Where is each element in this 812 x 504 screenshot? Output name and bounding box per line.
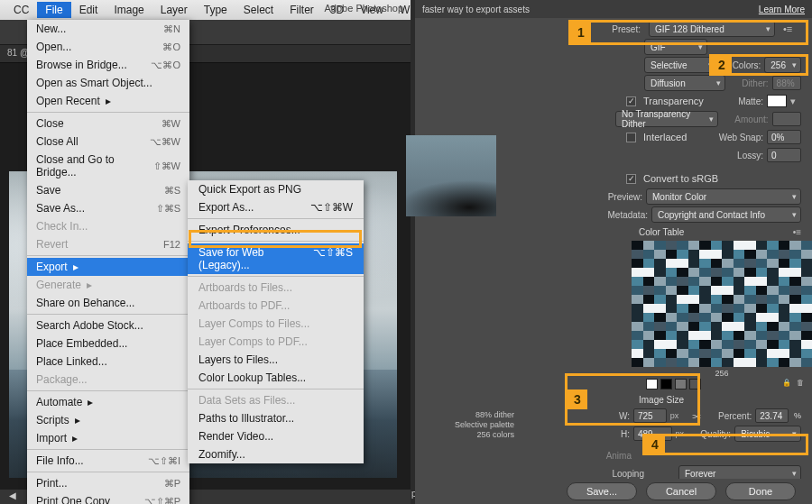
transparency-checkbox[interactable] bbox=[626, 96, 636, 106]
learn-more-link[interactable]: Learn More bbox=[759, 5, 805, 14]
info-dither: 88% dither bbox=[475, 410, 514, 419]
info-palette: Selective palette bbox=[455, 420, 514, 429]
export-menu-item[interactable]: Color Lookup Tables... bbox=[188, 369, 364, 387]
export-menu-item: Data Sets as Files... bbox=[188, 391, 364, 409]
transparency-label: Transparency bbox=[643, 96, 704, 106]
file-menu-item[interactable]: Import bbox=[27, 429, 189, 447]
websnap-label: Web Snap: bbox=[709, 133, 763, 142]
interlaced-label: Interlaced bbox=[643, 132, 687, 142]
info-colors: 256 colors bbox=[476, 430, 514, 439]
color-table-header: Color Table bbox=[639, 227, 684, 237]
preset-dropdown[interactable]: GIF 128 Dithered bbox=[649, 21, 775, 37]
file-menu-item[interactable]: Close⌘W bbox=[27, 115, 189, 133]
color-table[interactable] bbox=[632, 241, 812, 367]
status-left-icon: ◀ bbox=[9, 490, 16, 500]
dither-pct-label: Dither: bbox=[733, 78, 769, 88]
reduction-dropdown[interactable]: Selective bbox=[644, 57, 717, 73]
dither-dropdown[interactable]: Diffusion bbox=[644, 75, 725, 91]
export-submenu[interactable]: Quick Export as PNGExport As...⌥⇧⌘WExpor… bbox=[188, 180, 364, 463]
dialog-button-bar: Save... Cancel Done bbox=[415, 479, 812, 504]
menu-layer[interactable]: Layer bbox=[152, 2, 196, 18]
file-menu-item[interactable]: Open as Smart Object... bbox=[27, 74, 189, 92]
export-menu-item[interactable]: Export Preferences... bbox=[188, 221, 364, 239]
save-for-web-dialog: faster way to export assets Learn More P… bbox=[411, 0, 812, 504]
export-menu-item[interactable]: Layers to Files... bbox=[188, 351, 364, 369]
width-label: W: bbox=[615, 411, 630, 421]
file-menu-item[interactable]: Print...⌘P bbox=[27, 474, 189, 492]
photoshop-main-window: CC File Edit Image Layer Type Select Fil… bbox=[0, 0, 411, 504]
export-menu-item[interactable]: Save for Web (Legacy)...⌥⇧⌘S bbox=[188, 243, 364, 274]
percent-label: Percent: bbox=[708, 411, 752, 421]
menu-filter[interactable]: Filter bbox=[281, 2, 322, 18]
metadata-dropdown[interactable]: Copyright and Contact Info bbox=[651, 206, 801, 223]
quality-label: Quality: bbox=[691, 429, 731, 439]
file-menu-item[interactable]: Search Adobe Stock... bbox=[27, 316, 189, 334]
transparency-dither-dropdown[interactable]: No Transparency Dither bbox=[615, 111, 718, 127]
export-menu-item: Layer Comps to PDF... bbox=[188, 333, 364, 351]
link-dimensions-icon[interactable]: ⫘ bbox=[691, 410, 701, 421]
export-menu-item[interactable]: Export As...⌥⇧⌘W bbox=[188, 198, 364, 216]
save-button[interactable]: Save... bbox=[567, 482, 637, 500]
app-name: Adobe Photoshop bbox=[325, 3, 403, 14]
interlaced-checkbox[interactable] bbox=[626, 133, 636, 142]
image-size-header: Image Size bbox=[639, 395, 684, 405]
file-menu-item[interactable]: Close All⌥⌘W bbox=[27, 133, 189, 151]
file-menu-item[interactable]: Open Recent bbox=[27, 92, 189, 110]
websnap-value[interactable]: 0% bbox=[767, 130, 801, 144]
file-menu-item[interactable]: Place Linked... bbox=[27, 353, 189, 371]
file-menu-item[interactable]: Share on Behance... bbox=[27, 294, 189, 312]
height-unit: px bbox=[676, 429, 685, 438]
file-menu-item[interactable]: Open...⌘O bbox=[27, 38, 189, 56]
menu-type[interactable]: Type bbox=[196, 2, 235, 18]
file-menu-item: Check In... bbox=[27, 217, 189, 235]
preset-menu-icon[interactable]: •≡ bbox=[783, 23, 801, 34]
file-menu-item[interactable]: Print One Copy⌥⇧⌘P bbox=[27, 492, 189, 504]
preview-label: Preview: bbox=[599, 192, 642, 202]
dither-pct-value[interactable]: 88% bbox=[772, 76, 801, 90]
file-menu[interactable]: New...⌘NOpen...⌘OBrowse in Bridge...⌥⌘OO… bbox=[27, 20, 189, 504]
optimized-preview-thumb bbox=[406, 135, 496, 216]
format-dropdown[interactable]: GIF bbox=[644, 39, 707, 55]
tip-bar: faster way to export assets Learn More bbox=[415, 0, 812, 18]
lossy-value[interactable]: 0 bbox=[767, 148, 801, 162]
export-menu-item[interactable]: Quick Export as PNG bbox=[188, 180, 364, 198]
menu-image[interactable]: Image bbox=[106, 2, 152, 18]
srgb-checkbox[interactable] bbox=[626, 174, 636, 184]
percent-input[interactable]: 23.74 bbox=[755, 408, 789, 423]
annotation-badge-2: 2 bbox=[712, 55, 732, 75]
file-menu-item: Generate bbox=[27, 276, 189, 294]
file-menu-item[interactable]: Place Embedded... bbox=[27, 334, 189, 353]
menubar: CC File Edit Image Layer Type Select Fil… bbox=[0, 0, 411, 20]
file-menu-item[interactable]: Browse in Bridge...⌥⌘O bbox=[27, 56, 189, 74]
file-menu-item[interactable]: Save As...⇧⌘S bbox=[27, 199, 189, 217]
file-menu-item[interactable]: Export bbox=[27, 258, 189, 276]
quality-dropdown[interactable]: Bicubic bbox=[734, 426, 801, 442]
file-menu-item[interactable]: Scripts bbox=[27, 411, 189, 429]
cancel-button[interactable]: Cancel bbox=[646, 482, 716, 500]
file-menu-item[interactable]: Automate bbox=[27, 393, 189, 411]
export-menu-item[interactable]: Render Video... bbox=[188, 427, 364, 445]
matte-swatch[interactable] bbox=[767, 95, 787, 107]
file-menu-item[interactable]: New...⌘N bbox=[27, 20, 189, 38]
preview-dropdown[interactable]: Monitor Color bbox=[646, 188, 801, 205]
width-unit: px bbox=[670, 411, 679, 420]
export-menu-item: Artboards to Files... bbox=[188, 279, 364, 297]
file-menu-item[interactable]: File Info...⌥⇧⌘I bbox=[27, 452, 189, 470]
menu-file[interactable]: File bbox=[37, 2, 70, 18]
height-label: H: bbox=[615, 429, 630, 439]
amount-label: Amount: bbox=[725, 115, 769, 124]
color-table-menu-icon[interactable]: •≡ bbox=[793, 227, 801, 237]
file-menu-item: RevertF12 bbox=[27, 235, 189, 253]
export-menu-item[interactable]: Zoomify... bbox=[188, 445, 364, 463]
file-menu-item: Package... bbox=[27, 371, 189, 389]
menu-edit[interactable]: Edit bbox=[71, 2, 106, 18]
menu-cc[interactable]: CC bbox=[5, 2, 37, 18]
file-menu-item[interactable]: Close and Go to Bridge...⇧⌘W bbox=[27, 151, 189, 181]
colors-dropdown[interactable]: 256 bbox=[764, 57, 801, 73]
export-menu-item[interactable]: Paths to Illustrator... bbox=[188, 409, 364, 427]
file-menu-item[interactable]: Save⌘S bbox=[27, 181, 189, 199]
done-button[interactable]: Done bbox=[725, 482, 796, 500]
menu-select[interactable]: Select bbox=[235, 2, 281, 18]
width-input[interactable]: 725 bbox=[633, 408, 667, 423]
matte-label: Matte: bbox=[727, 96, 763, 106]
